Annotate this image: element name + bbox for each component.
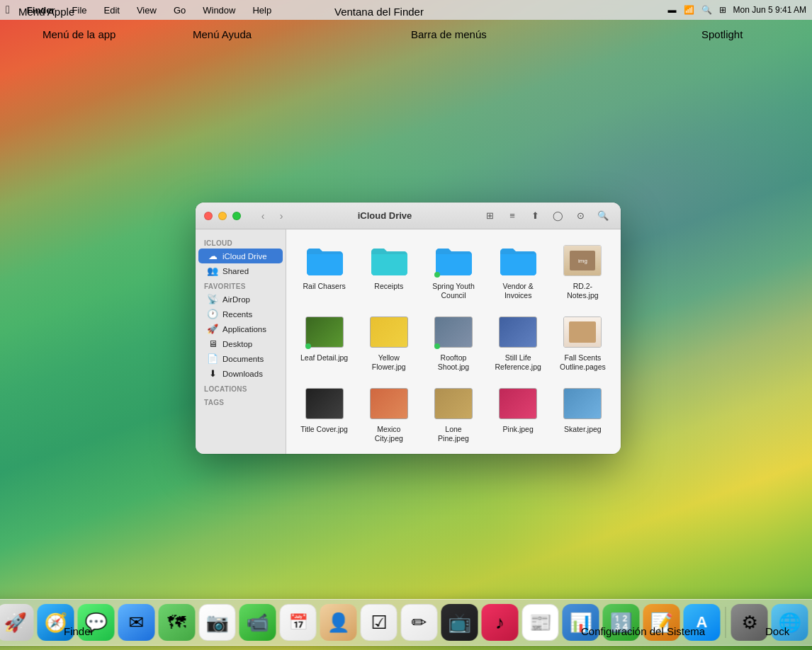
calendar-icon: 📅: [288, 613, 308, 632]
search-button[interactable]: 🔍: [594, 208, 612, 224]
file-item-rail-chasers[interactable]: Rail Chasers: [295, 238, 354, 304]
thumb-wrap-still: [497, 314, 538, 350]
sidebar-label-desktop: Desktop: [222, 340, 252, 348]
thumb-title: [305, 388, 344, 419]
dock-item-tv[interactable]: 📺: [441, 604, 478, 641]
folder-icon-wrap-receipts: [368, 242, 410, 279]
edit-menu-item[interactable]: Edit: [101, 4, 123, 17]
thumb-wrap-rooftop: [433, 314, 474, 350]
dock-item-placeholder[interactable]: 🌐: [772, 604, 808, 641]
settings-icon: ⚙: [741, 612, 757, 634]
dock-item-messages[interactable]: 💬: [78, 604, 115, 641]
file-item-vendor[interactable]: Vendor & Invoices: [489, 238, 548, 304]
file-item-spring-youth[interactable]: Spring Youth Council: [424, 238, 483, 304]
file-item-receipts[interactable]: Receipts: [359, 238, 418, 304]
minimize-button[interactable]: [218, 212, 227, 220]
sidebar-item-airdrop[interactable]: 📡 AirDrop: [198, 292, 283, 307]
thumb-rd-notes: img: [563, 245, 602, 276]
apple-menu-button[interactable]: : [6, 4, 10, 16]
file-label-leaf: Leaf Detail.jpg: [300, 353, 348, 363]
dock-item-music[interactable]: ♪: [482, 604, 519, 641]
sidebar-label-recents: Recents: [222, 310, 252, 319]
thumb-wrap-skater: [562, 385, 603, 422]
sidebar-item-downloads[interactable]: ⬇ Downloads: [198, 366, 283, 381]
sidebar-item-icloud-drive[interactable]: ☁ iCloud Drive: [198, 249, 283, 263]
dock-item-appstore[interactable]: A: [684, 604, 721, 641]
file-menu-item[interactable]: File: [69, 4, 90, 17]
sidebar-item-applications[interactable]: 🚀 Applications: [198, 321, 283, 336]
view-grid-button[interactable]: ⊞: [480, 208, 499, 224]
share-button[interactable]: ⬆: [526, 208, 544, 224]
music-icon: ♪: [495, 612, 504, 634]
back-button[interactable]: ‹: [255, 208, 271, 224]
control-center-icon[interactable]: ⊞: [719, 5, 726, 15]
sidebar-item-documents[interactable]: 📄 Documents: [198, 351, 283, 366]
airdrop-icon: 📡: [207, 294, 218, 304]
folder-svg-receipts: [370, 245, 408, 276]
dock-item-launchpad[interactable]: 🚀: [0, 604, 34, 641]
sidebar-item-recents[interactable]: 🕐 Recents: [198, 307, 283, 321]
file-grid: Rail Chasers Receipts: [295, 238, 612, 447]
dock-item-freeform[interactable]: ✏: [401, 604, 438, 641]
go-menu-item[interactable]: Go: [171, 4, 188, 17]
finder-window: ‹ › iCloud Drive ⊞ ≡ ⬆ ◯ ⊙ 🔍 iCloud ☁ iC…: [196, 203, 621, 454]
dock-item-mail[interactable]: ✉: [118, 604, 155, 641]
finder-titlebar: ‹ › iCloud Drive ⊞ ≡ ⬆ ◯ ⊙ 🔍: [196, 203, 621, 229]
dock-item-numbers[interactable]: 🔢: [603, 604, 640, 641]
finder-sidebar: iCloud ☁ iCloud Drive 👥 Shared Favorites…: [196, 229, 286, 454]
sidebar-label-downloads: Downloads: [222, 370, 263, 378]
window-menu-item[interactable]: Window: [200, 4, 238, 17]
view-menu-item[interactable]: View: [134, 4, 159, 17]
date-time: Mon Jun 5 9:41 AM: [733, 5, 806, 15]
dock-item-facetime[interactable]: 📹: [239, 604, 276, 641]
icloud-drive-icon: ☁: [207, 251, 218, 261]
thumb-still: [499, 317, 537, 348]
view-list-button[interactable]: ≡: [503, 208, 521, 224]
thumb-leaf: [305, 317, 344, 348]
finder-body: iCloud ☁ iCloud Drive 👥 Shared Favorites…: [196, 229, 621, 454]
thumb-pink: [499, 388, 537, 419]
file-item-title-cover[interactable]: Title Cover.jpg: [295, 381, 354, 447]
pages-icon: 📝: [650, 612, 673, 634]
file-item-fall-scents[interactable]: Fall Scents Outline.pages: [553, 309, 612, 375]
thumb-wrap-leaf: [304, 314, 345, 350]
file-item-lone-pine[interactable]: Lone Pine.jpeg: [424, 381, 483, 447]
forward-button[interactable]: ›: [274, 208, 289, 224]
file-item-rd-notes[interactable]: img RD.2-Notes.jpg: [553, 238, 612, 304]
spotlight-icon[interactable]: 🔍: [701, 5, 712, 15]
help-menu-item[interactable]: Help: [249, 4, 274, 17]
dock-item-safari[interactable]: 🧭: [38, 604, 74, 641]
dock-item-contacts[interactable]: 👤: [320, 604, 357, 641]
sidebar-item-desktop[interactable]: 🖥 Desktop: [198, 336, 283, 351]
dock-container: 🚀 🧭 💬 ✉ 🗺 📷 📹 📅 👤 ☑ ✏: [0, 599, 812, 646]
thumb-wrap-mexico: [368, 385, 410, 422]
battery-icon: ▬: [668, 5, 677, 15]
dock-item-maps[interactable]: 🗺: [159, 604, 196, 641]
close-button[interactable]: [204, 212, 213, 220]
more-button[interactable]: ⊙: [571, 208, 590, 224]
dock-item-news[interactable]: 📰: [522, 604, 559, 641]
freeform-icon: ✏: [412, 612, 427, 634]
finder-menu-item[interactable]: Finder: [24, 4, 58, 17]
file-item-rooftop[interactable]: Rooftop Shoot.jpg: [424, 309, 483, 375]
dock-item-calendar[interactable]: 📅: [280, 604, 317, 641]
dock-item-keynote[interactable]: 📊: [563, 604, 599, 641]
file-item-skater[interactable]: Skater.jpeg: [553, 381, 612, 447]
zoom-button[interactable]: [232, 212, 241, 220]
file-item-yellow-flower[interactable]: Yellow Flower.jpg: [359, 309, 418, 375]
dock-item-pages[interactable]: 📝: [643, 604, 680, 641]
thumb-wrap-pink: [497, 385, 538, 422]
file-label-fall: Fall Scents Outline.pages: [558, 353, 607, 371]
dock-item-reminders[interactable]: ☑: [361, 604, 397, 641]
mail-icon: ✉: [129, 612, 145, 634]
file-item-leaf[interactable]: Leaf Detail.jpg: [295, 309, 354, 375]
dock-item-settings[interactable]: ⚙: [731, 604, 768, 641]
file-item-still-life[interactable]: Still Life Reference.jpg: [489, 309, 548, 375]
dock-item-photos[interactable]: 📷: [199, 604, 236, 641]
photos-icon: 📷: [206, 612, 229, 634]
file-label-pink: Pink.jpeg: [503, 425, 534, 434]
sidebar-item-shared[interactable]: 👥 Shared: [198, 263, 283, 278]
file-item-pink[interactable]: Pink.jpeg: [489, 381, 548, 447]
file-item-mexico[interactable]: Mexico City.jpeg: [359, 381, 418, 447]
tag-button[interactable]: ◯: [548, 208, 567, 224]
